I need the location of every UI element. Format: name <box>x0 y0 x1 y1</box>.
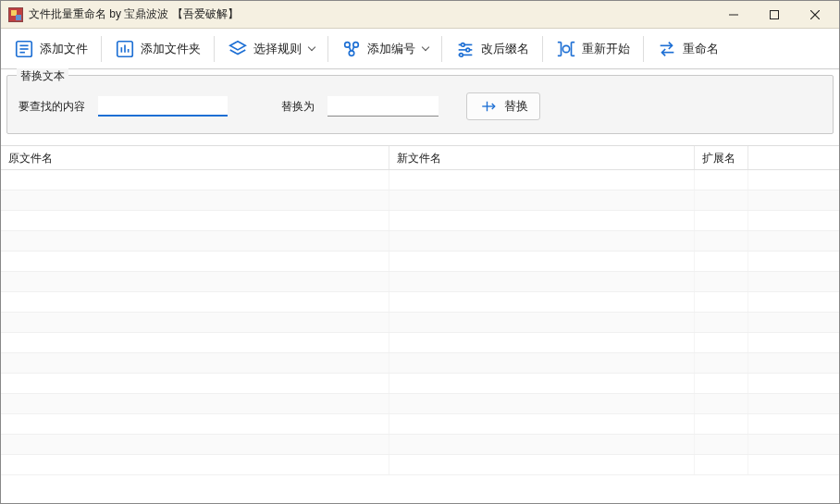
table-row[interactable] <box>1 231 839 252</box>
table-row[interactable] <box>1 272 839 292</box>
table-row[interactable] <box>1 170 839 191</box>
add-folder-button[interactable]: 添加文件夹 <box>107 35 208 63</box>
chart-bars-icon <box>115 39 135 59</box>
table-row[interactable] <box>1 394 839 414</box>
replace-button-label: 替换 <box>504 98 528 115</box>
restart-button[interactable]: 重新开始 <box>549 35 637 63</box>
replace-panel-title: 替换文本 <box>17 68 68 84</box>
select-rule-label: 选择规则 <box>253 41 302 57</box>
column-original[interactable]: 原文件名 <box>1 146 389 169</box>
chevron-down-icon <box>308 43 315 51</box>
svg-point-21 <box>466 48 470 52</box>
replace-icon <box>478 96 499 117</box>
minimize-button[interactable] <box>713 2 754 28</box>
sliders-icon <box>455 39 476 59</box>
add-number-button[interactable]: 添加编号 <box>334 35 436 63</box>
add-file-button[interactable]: 添加文件 <box>6 35 95 63</box>
titlebar: 文件批量重命名 by 宝鼎波波 【吾爱破解】 <box>1 1 839 29</box>
replace-label: 替换为 <box>281 99 315 115</box>
select-rule-button[interactable]: 选择规则 <box>220 35 322 63</box>
rename-label: 重命名 <box>683 41 719 57</box>
toolbar: 添加文件 添加文件夹 选择规则 添加编号 改后缀名 重新开始 <box>1 29 839 69</box>
grid-header: 原文件名 新文件名 扩展名 <box>1 146 839 170</box>
table-row[interactable] <box>1 252 839 272</box>
replace-form-row: 要查找的内容 替换为 替换 <box>19 92 821 120</box>
svg-point-24 <box>562 45 569 52</box>
separator <box>643 36 644 62</box>
add-file-label: 添加文件 <box>40 41 88 57</box>
table-row[interactable] <box>1 313 839 333</box>
separator <box>327 36 328 62</box>
grid-body[interactable] <box>1 170 839 496</box>
find-label: 要查找的内容 <box>19 99 85 115</box>
replace-button[interactable]: 替换 <box>466 92 540 120</box>
find-input[interactable] <box>98 96 228 117</box>
file-lines-icon <box>14 39 34 59</box>
svg-point-23 <box>460 53 463 56</box>
column-new[interactable]: 新文件名 <box>389 146 695 169</box>
table-row[interactable] <box>1 455 839 475</box>
app-icon <box>8 7 23 22</box>
add-folder-label: 添加文件夹 <box>141 41 201 57</box>
separator <box>441 36 442 62</box>
replace-panel: 替换文本 要查找的内容 替换为 替换 <box>6 75 834 134</box>
maximize-button[interactable] <box>754 2 795 28</box>
change-ext-label: 改后缀名 <box>481 41 529 57</box>
column-ext[interactable]: 扩展名 <box>695 146 748 169</box>
swap-icon <box>657 39 677 59</box>
file-grid: 原文件名 新文件名 扩展名 <box>1 145 839 496</box>
svg-rect-1 <box>771 10 779 18</box>
add-number-label: 添加编号 <box>367 41 415 57</box>
separator <box>101 36 102 62</box>
table-row[interactable] <box>1 292 839 313</box>
window-title: 文件批量重命名 by 宝鼎波波 【吾爱破解】 <box>29 6 713 22</box>
separator <box>542 36 543 62</box>
svg-marker-12 <box>230 41 246 49</box>
window-controls <box>713 2 835 28</box>
table-row[interactable] <box>1 374 839 394</box>
table-row[interactable] <box>1 353 839 374</box>
svg-point-19 <box>461 43 464 46</box>
chevron-down-icon <box>422 43 429 51</box>
nodes-icon <box>341 39 362 59</box>
table-row[interactable] <box>1 191 839 211</box>
separator <box>214 36 215 62</box>
change-ext-button[interactable]: 改后缀名 <box>448 35 537 63</box>
table-row[interactable] <box>1 414 839 435</box>
table-row[interactable] <box>1 211 839 231</box>
svg-line-17 <box>352 46 354 51</box>
rename-button[interactable]: 重命名 <box>649 35 726 63</box>
svg-line-16 <box>349 46 351 51</box>
replace-input[interactable] <box>327 96 439 117</box>
svg-point-15 <box>349 50 354 55</box>
restart-icon <box>556 39 576 59</box>
table-row[interactable] <box>1 333 839 353</box>
table-row[interactable] <box>1 435 839 455</box>
close-button[interactable] <box>795 2 835 28</box>
layers-icon <box>228 39 248 59</box>
restart-label: 重新开始 <box>582 41 630 57</box>
